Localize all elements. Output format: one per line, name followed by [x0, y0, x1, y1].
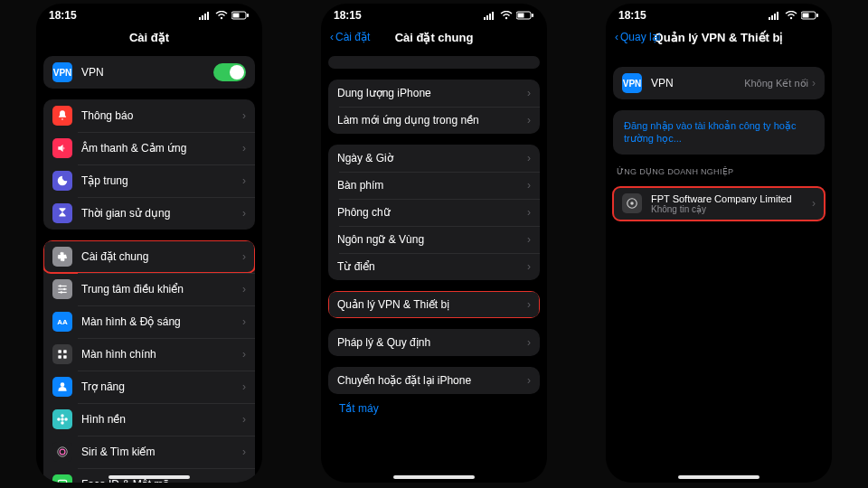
speaker-icon — [52, 138, 72, 158]
grid-icon — [52, 344, 72, 364]
svg-rect-16 — [58, 355, 61, 359]
chevron-right-icon: › — [242, 348, 246, 361]
settings-row[interactable]: Làm mới ứng dụng trong nền› — [328, 107, 540, 134]
profile-icon — [622, 193, 642, 213]
settings-row[interactable]: Từ điển› — [328, 253, 540, 280]
chevron-right-icon: › — [527, 336, 531, 349]
row-label: Trợ năng — [81, 380, 242, 393]
row-label: Từ điển — [337, 260, 527, 273]
home-indicator[interactable] — [108, 475, 190, 479]
signin-group: Đăng nhập vào tài khoản công ty hoặc trư… — [613, 110, 825, 155]
settings-row[interactable]: Chuyển hoặc đặt lại iPhone› — [328, 367, 540, 394]
back-button[interactable]: ‹ Cài đặt — [330, 31, 370, 43]
status-time: 18:15 — [618, 9, 646, 22]
svg-rect-41 — [532, 14, 533, 17]
status-icons — [484, 11, 534, 20]
row-label: Hình nền — [81, 413, 242, 426]
profile-status: Không tin cậy — [651, 204, 812, 214]
svg-point-46 — [790, 17, 792, 19]
settings-row[interactable]: Trung tâm điều khiển› — [43, 273, 255, 305]
chevron-right-icon: › — [242, 478, 246, 483]
svg-rect-26 — [58, 480, 66, 483]
signin-link[interactable]: Đăng nhập vào tài khoản công ty hoặc trư… — [613, 110, 825, 155]
svg-point-23 — [64, 418, 68, 421]
page-title: Quản lý VPN & Thiết bị — [655, 31, 784, 44]
row-label: Thông báo — [81, 109, 242, 122]
settings-row[interactable]: Ngày & Giờ› — [328, 145, 540, 172]
row-label: Ngày & Giờ — [337, 152, 527, 164]
vpn-group: VPN VPN Không Kết nối › — [613, 67, 825, 99]
shutdown-link[interactable]: Tắt máy — [328, 394, 540, 423]
gear-icon — [52, 247, 72, 267]
svg-rect-2 — [204, 14, 206, 20]
status-bar: 18:15 — [606, 4, 832, 23]
settings-row[interactable]: AAMàn hình & Độ sáng› — [43, 305, 255, 338]
signal-icon — [484, 11, 496, 20]
vpn-group: VPN VPN — [43, 56, 255, 89]
general-list[interactable]: Dung lượng iPhone›Làm mới ứng dụng trong… — [321, 51, 547, 483]
settings-row[interactable]: Âm thanh & Cảm ứng› — [43, 132, 255, 164]
row-value: Không Kết nối — [744, 78, 808, 89]
settings-row[interactable]: Bàn phím› — [328, 172, 540, 199]
settings-row[interactable]: Dung lượng iPhone› — [328, 80, 540, 107]
settings-row[interactable]: Thời gian sử dụng› — [43, 197, 255, 230]
bell-icon — [52, 106, 72, 126]
settings-row[interactable]: Màn hình chính› — [43, 338, 255, 371]
chevron-right-icon: › — [527, 233, 531, 246]
chevron-right-icon: › — [812, 197, 816, 210]
settings-row[interactable]: Cài đặt chung› — [43, 240, 255, 273]
chevron-right-icon: › — [242, 315, 246, 328]
general-group-4: Pháp lý & Quy định› — [328, 329, 540, 356]
row-hidden[interactable] — [328, 56, 540, 69]
svg-point-19 — [61, 418, 64, 421]
chevron-right-icon: › — [242, 446, 246, 458]
wifi-icon — [215, 11, 228, 20]
settings-row[interactable]: Quản lý VPN & Thiết bị› — [328, 291, 540, 318]
chevron-right-icon: › — [527, 260, 531, 273]
svg-point-18 — [61, 382, 65, 387]
svg-rect-40 — [518, 14, 524, 18]
svg-rect-44 — [774, 14, 776, 20]
chevron-right-icon: › — [527, 152, 531, 164]
back-label: Quay lại — [620, 31, 660, 43]
settings-row[interactable]: Hình nền› — [43, 403, 255, 436]
svg-point-51 — [630, 202, 634, 205]
settings-row[interactable]: Siri & Tìm kiếm› — [43, 436, 255, 468]
settings-group-1: Thông báo›Âm thanh & Cảm ứng›Tập trung›T… — [43, 99, 255, 230]
home-indicator[interactable] — [678, 475, 760, 479]
battery-icon — [231, 11, 250, 20]
settings-row[interactable]: Pháp lý & Quy định› — [328, 329, 540, 356]
svg-rect-0 — [199, 17, 201, 20]
person-icon — [52, 377, 72, 397]
row-vpn[interactable]: VPN VPN — [43, 56, 255, 89]
row-label: Màn hình & Độ sáng — [81, 315, 242, 328]
status-time: 18:15 — [334, 9, 362, 22]
vpn-toggle[interactable] — [213, 63, 246, 81]
svg-rect-36 — [489, 14, 491, 20]
chevron-right-icon: › — [527, 206, 531, 219]
settings-row[interactable]: Trợ năng› — [43, 371, 255, 403]
status-icons — [769, 11, 819, 20]
settings-list[interactable]: VPN VPN Thông báo›Âm thanh & Cảm ứng›Tập… — [36, 51, 262, 483]
back-label: Cài đặt — [335, 31, 370, 43]
row-label: Cài đặt chung — [81, 250, 242, 263]
vpn-device-list[interactable]: VPN VPN Không Kết nối › Đăng nhập vào tà… — [606, 51, 832, 483]
row-label: Tập trung — [81, 174, 242, 187]
enterprise-group: FPT Software Company Limited Không tin c… — [613, 187, 825, 221]
flower-icon — [52, 409, 72, 429]
settings-row[interactable]: Tập trung› — [43, 164, 255, 197]
settings-row[interactable]: Ngôn ngữ & Vùng› — [328, 226, 540, 253]
svg-point-13 — [61, 291, 62, 293]
svg-rect-6 — [233, 14, 240, 18]
back-button[interactable]: ‹ Quay lại — [615, 31, 660, 43]
battery-icon — [516, 11, 534, 20]
settings-row[interactable]: Phông chữ› — [328, 199, 540, 226]
chevron-right-icon: › — [527, 87, 531, 99]
row-vpn[interactable]: VPN VPN Không Kết nối › — [613, 67, 825, 99]
home-indicator[interactable] — [393, 475, 475, 479]
phone-screen-vpn-device: 18:15 ‹ Quay lại Quản lý VPN & Thiết bị … — [606, 4, 832, 483]
svg-rect-45 — [777, 12, 778, 20]
row-profile[interactable]: FPT Software Company Limited Không tin c… — [613, 187, 825, 221]
chevron-right-icon: › — [242, 207, 246, 220]
settings-row[interactable]: Thông báo› — [43, 99, 255, 132]
